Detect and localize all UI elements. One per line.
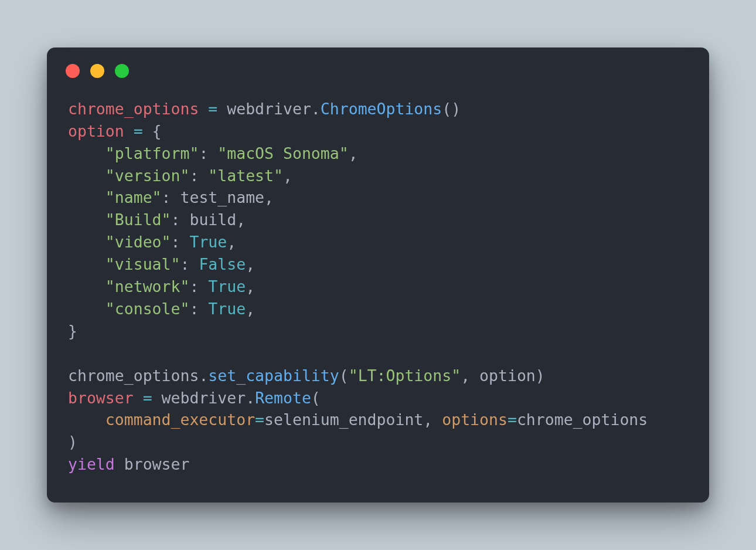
code-token: Remote <box>255 389 311 407</box>
code-token: True <box>208 300 246 318</box>
code-token: "network" <box>105 277 190 296</box>
code-token: selenium_endpoint <box>264 410 423 429</box>
code-token: "name" <box>105 188 162 206</box>
close-icon[interactable] <box>66 64 80 78</box>
code-token: webdriver <box>162 389 246 407</box>
code-token: , <box>461 366 479 385</box>
code-token: , <box>283 167 292 185</box>
code-token: True <box>189 233 227 251</box>
code-token: "video" <box>105 233 171 251</box>
code-token: webdriver <box>227 100 311 118</box>
code-token: : <box>199 144 217 162</box>
code-token: = <box>124 122 152 140</box>
code-token: = <box>199 100 227 118</box>
code-token: () <box>442 100 461 118</box>
code-token: , <box>236 211 246 229</box>
code-token: . <box>199 366 208 385</box>
code-block: chrome_options = webdriver.ChromeOptions… <box>68 98 688 476</box>
code-token: : <box>189 300 208 318</box>
code-token: "LT:Options" <box>349 366 461 385</box>
code-token: : <box>171 211 190 229</box>
code-token: { <box>152 122 162 140</box>
code-token: : <box>171 233 190 251</box>
code-token: option <box>479 366 536 385</box>
code-token: command_executor <box>105 410 255 429</box>
code-token: set_capability <box>208 366 339 385</box>
code-token: ( <box>311 389 321 407</box>
code-token: test_name <box>180 188 264 206</box>
code-token: ( <box>339 366 349 385</box>
traffic-lights <box>66 64 688 78</box>
code-token: = <box>134 389 162 407</box>
code-token: "platform" <box>105 144 199 162</box>
minimize-icon[interactable] <box>90 64 104 78</box>
code-token: chrome_options <box>68 100 199 118</box>
code-token: : <box>189 167 208 185</box>
code-token: . <box>246 389 255 407</box>
zoom-icon[interactable] <box>115 64 129 78</box>
code-token: chrome_options <box>68 366 199 385</box>
code-token: "console" <box>105 300 190 318</box>
code-token: "visual" <box>105 255 181 273</box>
code-token: ) <box>536 366 545 385</box>
code-token: ) <box>68 433 77 451</box>
code-token: , <box>227 233 236 251</box>
code-token: : <box>162 188 181 206</box>
code-token: , <box>246 300 255 318</box>
code-token: , <box>246 277 255 296</box>
code-token: ChromeOptions <box>321 100 442 118</box>
code-token: = <box>255 410 264 429</box>
code-token: : <box>189 277 208 296</box>
code-token: , <box>246 255 255 273</box>
code-token: : <box>180 255 199 273</box>
code-token: . <box>311 100 321 118</box>
code-token <box>115 455 124 473</box>
code-token: True <box>208 277 246 296</box>
code-token: False <box>199 255 246 273</box>
code-token: build <box>189 211 236 229</box>
code-token: options <box>442 410 508 429</box>
code-token: "Build" <box>105 211 171 229</box>
code-token: } <box>68 322 77 340</box>
code-token: = <box>508 410 517 429</box>
code-token: browser <box>124 455 190 473</box>
code-token: "version" <box>105 167 190 185</box>
code-token: yield <box>68 455 115 473</box>
code-token: "latest" <box>208 167 283 185</box>
code-token: chrome_options <box>517 410 648 429</box>
code-token: "macOS Sonoma" <box>217 144 348 162</box>
code-token: , <box>349 144 358 162</box>
code-token: browser <box>68 389 134 407</box>
code-window: chrome_options = webdriver.ChromeOptions… <box>47 47 709 503</box>
code-token: , <box>423 410 442 429</box>
code-token: option <box>68 122 124 140</box>
code-token: , <box>264 188 274 206</box>
